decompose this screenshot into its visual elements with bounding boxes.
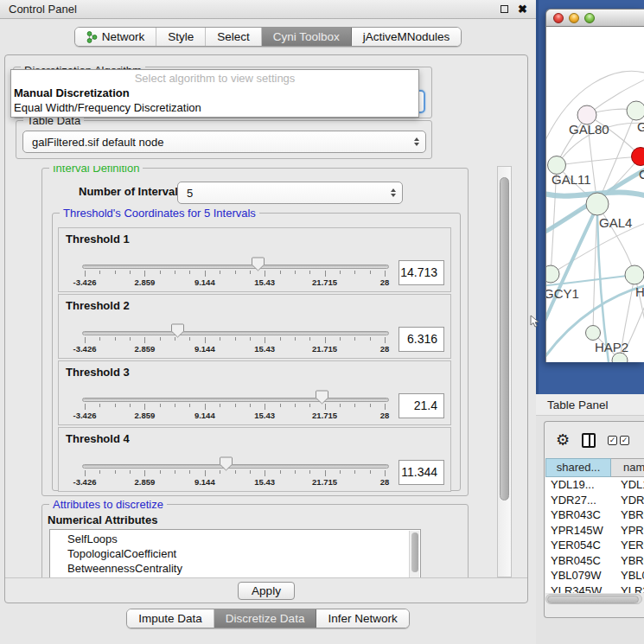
table-cell[interactable]: YDR27 [611,493,644,508]
algorithm-option-manual[interactable]: Manual Discretization [11,86,418,100]
table-row[interactable]: YLR345WYLR345W [545,583,644,594]
slider-tick [325,404,326,410]
network-view-window[interactable]: GAL80GACGAL11GAL4GCY1HHAP2 [545,9,644,362]
tab-style[interactable]: Style [156,28,206,46]
network-node[interactable] [625,265,644,284]
zoom-traffic-light-icon[interactable] [584,13,595,23]
column-header-name[interactable]: name [611,458,644,477]
slider-thumb[interactable] [171,323,184,338]
list-vertical-scrollbar[interactable] [409,531,419,577]
table-row[interactable]: YBR045CYBR045C [545,553,644,569]
slider-tick [160,404,161,407]
network-node[interactable] [627,101,644,120]
threshold-value-field[interactable]: 11.344 [399,460,444,485]
checkbox-icon[interactable]: ✓ [608,436,617,445]
scrollbar-thumb[interactable] [547,596,639,603]
table-row[interactable]: YER054CYER054C [545,538,644,553]
table-horizontal-scrollbar[interactable] [545,594,642,604]
tab-jactivemnodules[interactable]: jActiveMNodules [352,28,462,46]
table-cell[interactable]: YDL19... [545,477,611,493]
network-graph-icon [86,31,98,43]
table-row[interactable]: YBR043CYBR043C [545,507,644,523]
column-view-icon[interactable] [582,433,596,448]
table-row[interactable]: YDL19...YDL19 [545,477,644,493]
scrollbar-thumb[interactable] [500,177,509,501]
checkbox-icon[interactable]: ✓ [620,436,629,445]
table-cell[interactable]: YBL079W [545,568,611,583]
attribute-list-item[interactable]: BetweennessCentrality [50,561,420,576]
network-graph[interactable]: GAL80GACGAL11GAL4GCY1HHAP2 [546,27,644,362]
tab-discretize-data[interactable]: Discretize Data [214,609,317,628]
node-attribute-table[interactable]: shared... name YDL19...YDL19YDR27...YDR2… [545,458,644,593]
slider-tick [295,337,296,341]
algorithm-option-equal-width[interactable]: Equal Width/Frequency Discretization [11,100,418,115]
table-cell[interactable]: YBR045C [545,553,611,569]
table-cell[interactable]: YBR045C [611,553,644,569]
slider-tick [385,337,386,343]
minimize-traffic-light-icon[interactable] [569,13,579,23]
network-window-titlebar[interactable] [545,9,644,27]
tab-select[interactable]: Select [206,28,262,46]
tab-infer-network[interactable]: Infer Network [316,609,408,628]
attribute-list-item[interactable]: SelfLoops [50,532,420,546]
chevron-updown-icon [391,188,396,197]
slider-tick-label: 9.144 [179,411,231,420]
slider-tick [340,337,341,341]
network-node-label: GA [637,119,644,134]
network-node-label: GAL4 [599,215,632,230]
network-canvas[interactable]: GAL80GACGAL11GAL4GCY1HHAP2 [545,27,644,362]
table-cell[interactable]: YDL19 [611,477,644,493]
network-node[interactable] [586,193,609,215]
number-of-intervals-value: 5 [187,187,193,200]
column-header-shared-name[interactable]: shared... [545,458,611,477]
table-row[interactable]: YDR27...YDR27 [545,493,644,508]
slider-tick [354,337,355,341]
gear-icon[interactable]: ⚙ [556,432,570,448]
table-cell[interactable]: YDR27... [545,493,611,508]
slider-tick [115,404,116,407]
panel-vertical-scrollbar[interactable] [497,166,512,577]
threshold-value-field[interactable]: 14.713 [399,260,444,285]
table-cell[interactable]: YBR043C [611,507,644,523]
tab-network[interactable]: Network [75,28,157,46]
slider-track[interactable] [82,331,389,335]
apply-button[interactable]: Apply [238,582,295,600]
table-cell[interactable]: YBL079W [611,568,644,583]
network-node[interactable] [632,148,644,166]
tab-cyni-toolbox[interactable]: Cyni Toolbox [262,28,352,46]
slider-thumb[interactable] [316,390,328,405]
table-row[interactable]: YBL079WYBL079W [545,568,644,583]
table-cell[interactable]: YBR043C [545,507,611,523]
tab-discretize-data-label: Discretize Data [226,612,305,625]
number-of-intervals-combobox[interactable]: 5 [177,182,403,204]
scrollbar-thumb[interactable] [411,532,418,572]
close-traffic-light-icon[interactable] [553,13,564,23]
algorithm-placeholder-option[interactable]: Select algorithm to view settings [11,70,418,86]
slider-tick [250,337,251,341]
slider-tick [85,470,86,476]
slider-track[interactable] [82,265,389,269]
mouse-cursor-icon [529,315,539,328]
attribute-list-item[interactable]: TopologicalCoefficient [50,546,420,561]
float-window-icon[interactable] [501,5,508,13]
table-cell[interactable]: YLR345W [545,583,611,594]
table-cell[interactable]: YPR145W [545,523,611,539]
tab-impute-data[interactable]: Impute Data [127,609,214,628]
table-cell[interactable]: YPR145W [611,523,644,539]
slider-track[interactable] [82,464,389,469]
slider-thumb[interactable] [252,257,265,271]
network-node[interactable] [586,326,601,341]
table-data-combobox[interactable]: galFiltered.sif default node [22,131,426,153]
table-cell[interactable]: YER054C [611,538,644,553]
numerical-attributes-list[interactable]: SelfLoopsTopologicalCoefficientBetweenne… [49,529,421,577]
table-row[interactable]: YPR145WYPR145W [545,523,644,539]
table-cell[interactable]: YER054C [545,538,611,553]
threshold-value-field[interactable]: 21.4 [399,393,444,418]
threshold-value-field[interactable]: 6.316 [399,327,444,352]
close-icon[interactable]: ✖ [518,3,527,15]
slider-tick [130,337,131,341]
table-cell[interactable]: YLR345W [611,583,644,594]
network-node[interactable] [546,265,559,283]
slider-track[interactable] [82,398,389,402]
slider-thumb[interactable] [220,456,233,471]
